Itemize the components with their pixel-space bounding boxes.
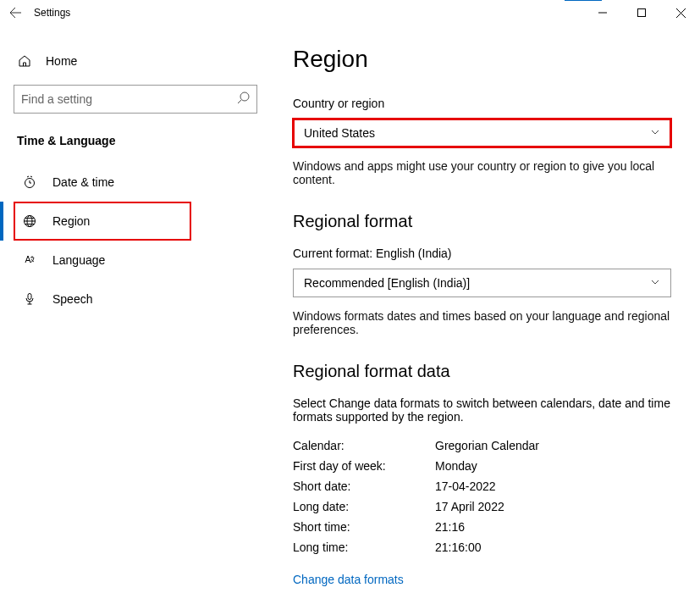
chevron-down-icon <box>650 276 660 290</box>
microphone-icon <box>22 292 37 306</box>
arrow-left-icon <box>8 6 22 19</box>
titlebar: Settings <box>0 0 700 25</box>
sidebar-item-label: Language <box>52 253 105 267</box>
svg-rect-5 <box>28 294 31 300</box>
row-value: 21:16:00 <box>435 540 482 554</box>
table-row: Long time:21:16:00 <box>293 540 671 554</box>
format-helper-text: Windows formats dates and times based on… <box>293 309 671 336</box>
regional-format-data-heading: Regional format data <box>293 362 671 381</box>
current-format-label: Current format: English (India) <box>293 247 671 260</box>
table-row: Long date:17 April 2022 <box>293 500 671 513</box>
row-key: Long date: <box>293 500 435 513</box>
search-icon <box>237 91 250 107</box>
country-dropdown-value: United States <box>304 126 375 140</box>
row-value: 17-04-2022 <box>435 479 496 493</box>
country-label: Country or region <box>293 97 671 110</box>
chevron-down-icon <box>650 126 660 140</box>
row-value: 21:16 <box>435 520 465 534</box>
svg-point-1 <box>240 92 249 101</box>
back-button[interactable] <box>0 0 30 25</box>
table-row: Calendar:Gregorian Calendar <box>293 439 671 452</box>
row-key: Calendar: <box>293 439 435 452</box>
content-pane[interactable]: Region Country or region United States W… <box>271 25 700 593</box>
format-dropdown[interactable]: Recommended [English (India)] <box>293 269 671 297</box>
table-row: Short date:17-04-2022 <box>293 479 671 493</box>
format-data-description: Select Change data formats to switch bet… <box>293 396 671 424</box>
format-data-table: Calendar:Gregorian Calendar First day of… <box>293 439 671 554</box>
sidebar-item-region[interactable]: Region <box>14 202 191 241</box>
country-helper-text: Windows and apps might use your country … <box>293 159 671 186</box>
row-value: Monday <box>435 459 477 473</box>
row-key: Short date: <box>293 479 435 493</box>
globe-icon <box>22 214 37 228</box>
search-input[interactable] <box>14 86 256 113</box>
svg-rect-0 <box>638 9 646 17</box>
window-title: Settings <box>30 7 70 19</box>
home-label: Home <box>46 54 77 68</box>
table-row: Short time:21:16 <box>293 520 671 534</box>
maximize-icon <box>637 8 646 17</box>
change-data-formats-link[interactable]: Change data formats <box>293 573 404 586</box>
row-key: Long time: <box>293 540 435 554</box>
row-key: First day of week: <box>293 459 435 473</box>
row-value: Gregorian Calendar <box>435 439 539 452</box>
sidebar-item-language[interactable]: Language <box>14 241 257 280</box>
clock-icon <box>22 175 37 189</box>
minimize-icon <box>598 8 607 17</box>
maximize-button[interactable] <box>622 0 661 25</box>
sidebar-item-label: Date & time <box>52 175 114 189</box>
close-button[interactable] <box>661 0 700 25</box>
sidebar-item-speech[interactable]: Speech <box>14 280 257 319</box>
sidebar-section-title: Time & Language <box>17 134 257 147</box>
table-row: First day of week:Monday <box>293 459 671 473</box>
sidebar: Home Time & Language Date & time Region <box>0 25 271 593</box>
format-dropdown-value: Recommended [English (India)] <box>304 276 470 290</box>
home-icon <box>17 54 32 68</box>
sidebar-item-date-time[interactable]: Date & time <box>14 163 257 202</box>
sidebar-item-label: Speech <box>52 292 92 306</box>
regional-format-heading: Regional format <box>293 212 671 231</box>
row-value: 17 April 2022 <box>435 500 504 513</box>
home-nav[interactable]: Home <box>17 54 257 68</box>
language-icon <box>22 253 37 267</box>
minimize-button[interactable] <box>583 0 622 25</box>
country-dropdown[interactable]: United States <box>293 119 671 147</box>
accent-strip <box>565 0 602 1</box>
row-key: Short time: <box>293 520 435 534</box>
search-box[interactable] <box>14 85 257 114</box>
page-title: Region <box>293 46 671 73</box>
sidebar-nav: Date & time Region Language Speech <box>14 163 257 319</box>
sidebar-item-label: Region <box>52 214 90 228</box>
close-icon <box>676 8 686 18</box>
